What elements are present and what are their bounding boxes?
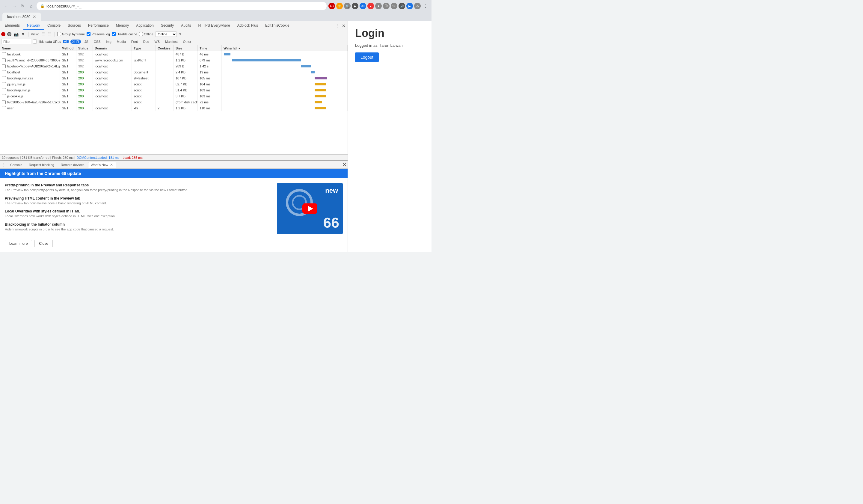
col-status[interactable]: Status	[76, 45, 93, 51]
row-checkbox[interactable]	[2, 58, 6, 62]
bottom-tab-close-icon[interactable]: ✕	[109, 163, 114, 167]
table-row[interactable]: oauth?client_id=233668846673605&re... GE…	[0, 57, 348, 63]
close-whats-new-button[interactable]: Close	[35, 240, 53, 247]
tab-network[interactable]: Network	[23, 21, 44, 30]
ext-shield[interactable]: 🛡	[391, 3, 397, 9]
col-type[interactable]: Type	[132, 45, 156, 51]
table-row[interactable]: 69b28855-9160-4a28-926e-51f02c35... GET …	[0, 99, 348, 105]
close-bottom-panel-icon[interactable]: ✕	[342, 162, 347, 167]
logout-button[interactable]: Logout	[355, 52, 379, 62]
hide-data-urls-label[interactable]: Hide data URLs	[33, 40, 61, 43]
bottom-tab-whats-new[interactable]: What's New ✕	[88, 162, 116, 168]
ext-icon5[interactable]: ●	[367, 3, 374, 9]
group-by-frame-checkbox[interactable]	[57, 32, 61, 36]
disable-cache-label[interactable]: Disable cache	[112, 32, 137, 36]
browser-tab[interactable]: localhost:8080 ✕	[2, 13, 41, 21]
tab-sources[interactable]: Sources	[64, 21, 85, 30]
filter-doc[interactable]: Doc	[141, 40, 151, 44]
ext-icon1[interactable]: 😀	[336, 3, 343, 9]
row-checkbox[interactable]	[2, 52, 6, 56]
col-waterfall[interactable]: Waterfall ▲	[222, 45, 348, 51]
tab-application[interactable]: Application	[133, 21, 157, 30]
offline-checkbox[interactable]	[139, 32, 143, 36]
col-time[interactable]: Time	[198, 45, 222, 51]
filter-icon[interactable]: ▼	[21, 32, 26, 37]
row-checkbox[interactable]	[2, 106, 6, 110]
tab-https[interactable]: HTTPS Everywhere	[195, 21, 234, 30]
ext-icon3[interactable]: ▶	[352, 3, 358, 9]
bottom-tab-request-blocking[interactable]: Request blocking	[26, 162, 57, 167]
filter-font[interactable]: Font	[129, 40, 140, 44]
tab-audits[interactable]: Audits	[177, 21, 195, 30]
tab-close-icon[interactable]: ✕	[33, 14, 36, 19]
filter-other[interactable]: Other	[181, 40, 193, 44]
throttle-select[interactable]: Online Fast 3G Slow 3G Offline	[155, 32, 177, 37]
col-method[interactable]: Method	[60, 45, 76, 51]
filter-media[interactable]: Media	[115, 40, 128, 44]
filter-img[interactable]: Img	[104, 40, 113, 44]
group-by-frame-label[interactable]: Group by frame	[57, 32, 85, 36]
filter-ws[interactable]: WS	[152, 40, 162, 44]
row-checkbox[interactable]	[2, 94, 6, 98]
tab-memory[interactable]: Memory	[112, 21, 133, 30]
record-button[interactable]	[1, 32, 5, 36]
table-row[interactable]: facebook?code=AQB20Ka9Qv1HLqel... GET 30…	[0, 63, 348, 69]
row-checkbox[interactable]	[2, 100, 6, 104]
filter-manifest[interactable]: Manifest	[163, 40, 179, 44]
ext-settings[interactable]: ⚙	[414, 3, 421, 9]
col-domain[interactable]: Domain	[93, 45, 132, 51]
bottom-tab-remote-devices[interactable]: Remote devices	[58, 162, 88, 167]
address-bar[interactable]: 🔒 localhost:8080/#_=_	[37, 2, 327, 10]
table-row[interactable]: bootstrap.min.js GET 200 localhost scrip…	[0, 87, 348, 93]
devtools-more-button[interactable]: ⋮	[334, 23, 340, 28]
col-cookies[interactable]: Cookies	[156, 45, 174, 51]
table-row[interactable]: js.cookie.js GET 200 localhost script 3.…	[0, 93, 348, 99]
table-row[interactable]: facebook GET 302 localhost 487 B 46 ms	[0, 51, 348, 57]
filter-css[interactable]: CSS	[92, 40, 102, 44]
whats-new-video[interactable]: new 66	[277, 183, 343, 234]
filter-js[interactable]: JS	[83, 40, 90, 44]
bottom-tab-console[interactable]: Console	[7, 162, 25, 167]
filter-xhr[interactable]: XHR	[71, 40, 81, 44]
ext-info[interactable]: ⓘ	[383, 3, 390, 9]
ext-star[interactable]: ★	[375, 3, 382, 9]
row-checkbox[interactable]	[2, 88, 6, 92]
back-button[interactable]: ←	[2, 2, 10, 10]
home-button[interactable]: ⌂	[27, 2, 35, 10]
disable-cache-checkbox[interactable]	[112, 32, 116, 36]
tab-editcookie[interactable]: EditThisCookie	[262, 21, 293, 30]
table-row[interactable]: bootstrap.min.css GET 200 localhost styl…	[0, 75, 348, 81]
table-row[interactable]: localhost GET 200 localhost document 2.4…	[0, 69, 348, 75]
row-checkbox[interactable]	[2, 64, 6, 68]
col-size[interactable]: Size	[174, 45, 198, 51]
preserve-log-label[interactable]: Preserve log	[87, 32, 110, 36]
col-name[interactable]: Name	[0, 45, 60, 51]
tab-security[interactable]: Security	[157, 21, 177, 30]
video-play-button[interactable]	[302, 203, 317, 214]
row-checkbox[interactable]	[2, 82, 6, 86]
stop-recording-button[interactable]	[7, 32, 11, 36]
filter-input[interactable]	[1, 39, 31, 45]
ext-adblock[interactable]: AB	[328, 3, 335, 9]
table-row[interactable]: jquery.min.js GET 200 localhost script 8…	[0, 81, 348, 87]
list-view-icon[interactable]: ☰	[41, 32, 46, 37]
devtools-close-button[interactable]: ✕	[341, 23, 347, 28]
tab-console[interactable]: Console	[44, 21, 64, 30]
table-row[interactable]: user GET 200 localhost xhr 2 1.2 KB 110 …	[0, 105, 348, 111]
bottom-menu-icon[interactable]: ⋮	[1, 162, 7, 167]
grid-view-icon[interactable]: ☷	[47, 32, 52, 37]
ext-icon4[interactable]: 30	[360, 3, 366, 9]
more-button[interactable]: ⋮	[422, 2, 429, 10]
tab-performance[interactable]: Performance	[85, 21, 112, 30]
tab-adblock[interactable]: Adblock Plus	[234, 21, 262, 30]
offline-label[interactable]: Offline	[139, 32, 153, 36]
row-checkbox[interactable]	[2, 76, 6, 80]
ext-speaker[interactable]: 🔊	[399, 3, 405, 9]
camera-icon[interactable]: 📷	[13, 32, 18, 37]
tab-elements[interactable]: Elements	[1, 21, 23, 30]
refresh-button[interactable]: ↻	[19, 2, 26, 10]
preserve-log-checkbox[interactable]	[87, 32, 90, 36]
forward-button[interactable]: →	[11, 2, 18, 10]
ext-icon2[interactable]: 🔍	[344, 3, 351, 9]
hide-data-urls-checkbox[interactable]	[33, 40, 37, 43]
